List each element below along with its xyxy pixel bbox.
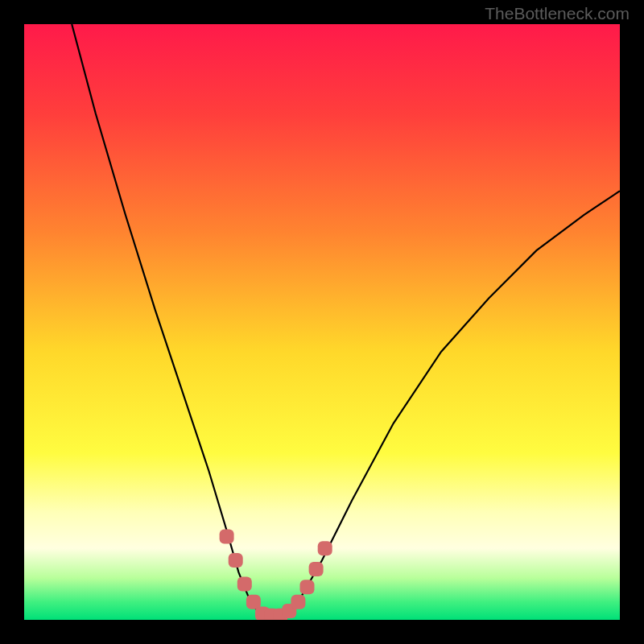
- marker-point: [229, 553, 243, 568]
- marker-point: [220, 529, 234, 543]
- marker-point: [318, 541, 332, 555]
- chart-svg: [24, 24, 620, 620]
- marker-point: [291, 595, 305, 609]
- marker-point: [300, 580, 315, 594]
- marker-point: [237, 577, 252, 592]
- plot-area: [24, 24, 620, 620]
- watermark-label: TheBottleneck.com: [485, 4, 630, 23]
- gradient-background: [24, 24, 620, 620]
- marker-point: [309, 562, 324, 576]
- chart-container: TheBottleneck.com: [0, 0, 644, 644]
